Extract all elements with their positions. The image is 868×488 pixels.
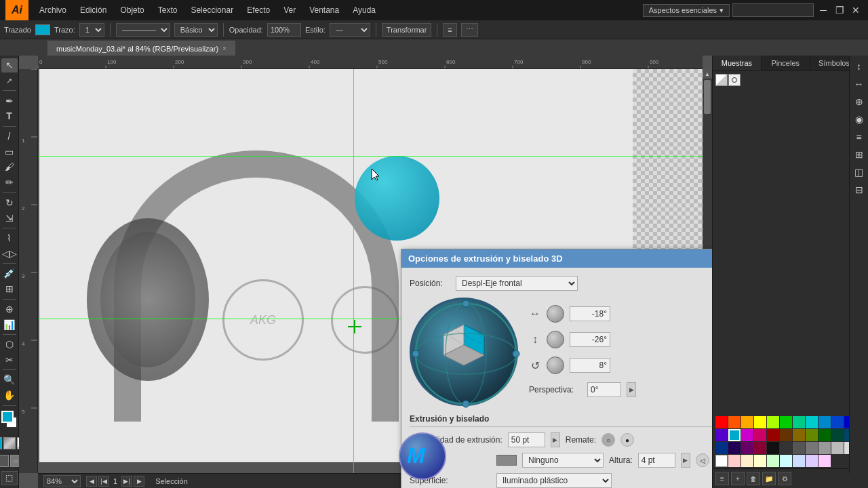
swatch-dark-gray[interactable] [793,442,805,454]
y-rotation-input[interactable]: -26° [570,332,610,347]
swatch-crimson[interactable] [754,442,766,454]
swatch-orange-red[interactable] [728,416,741,428]
hand-tool[interactable]: ✋ [1,388,18,403]
right-tool-6[interactable]: ⊞ [851,146,867,163]
z-rotation-knob[interactable] [547,357,564,374]
swatch-light-magenta[interactable] [818,455,831,467]
width-tool[interactable]: ◁▷ [1,247,18,261]
fill-mode-button[interactable] [0,437,2,449]
opacity-input[interactable]: 100% [267,23,301,37]
swatch-yellow-green[interactable] [767,416,779,428]
swatch-dark-violet[interactable] [728,442,741,454]
z-rotation-input[interactable]: 8° [570,358,610,373]
right-tool-2[interactable]: ↔ [851,76,867,92]
perspective-input[interactable]: 0° [587,382,621,397]
altura-arrow[interactable]: ▶ [681,453,690,468]
swatch-darkest-gray[interactable] [780,442,792,454]
swatch-light-gray[interactable] [831,442,844,454]
direct-selection-tool[interactable]: ↗ [1,74,18,88]
swatch-dark-yellow[interactable] [793,429,805,441]
swatch-magenta[interactable] [741,429,753,441]
swatch-forest-green[interactable] [818,429,831,441]
search-input[interactable] [732,3,814,17]
swatch-registration[interactable] [728,74,741,86]
menu-efecto[interactable]: Efecto [241,4,275,16]
delete-swatch-button[interactable]: 🗑 [747,472,760,485]
position-select[interactable]: Despl-Eje frontal [456,276,578,291]
tab-muestras[interactable]: Muestras [713,56,762,70]
swatch-light-green[interactable] [767,455,779,467]
aspects-button[interactable]: Aspectos esenciales ▾ [643,4,730,17]
right-tool-8[interactable]: ⊟ [851,182,867,198]
blend-tool[interactable]: ⊞ [1,282,18,296]
folder-button[interactable]: 📁 [762,472,776,485]
stroke-mode-button[interactable] [3,437,16,449]
swatch-black[interactable] [767,442,779,454]
stroke-type-select[interactable]: —————— [116,23,170,37]
right-tool-4[interactable]: ◉ [851,111,867,127]
tab-pinceles[interactable]: Pinceles [762,56,810,70]
stroke-color-box[interactable] [35,24,50,35]
nav-next[interactable]: ▶ [134,476,144,487]
swatch-violet[interactable] [715,429,728,441]
right-tool-7[interactable]: ◫ [851,164,867,180]
line-tool[interactable]: / [1,129,18,144]
swatch-gray[interactable] [818,442,831,454]
swatch-olive[interactable] [806,429,818,441]
swatch-cyan[interactable] [806,416,818,428]
symbol-tool[interactable]: ⊕ [1,302,18,316]
swatch-orange[interactable] [741,416,753,428]
menu-ventana[interactable]: Ventana [304,4,344,16]
swatch-light-violet[interactable] [806,455,818,467]
menu-ver[interactable]: Ver [278,4,301,16]
right-tool-3[interactable]: ⊕ [851,94,867,110]
swatch-brown[interactable] [780,429,792,441]
minimize-button[interactable]: ─ [816,3,830,17]
scale-tool[interactable]: ⇲ [1,211,18,225]
close-button[interactable]: ✕ [849,3,863,17]
swatch-dark-magenta[interactable] [741,442,753,454]
swatch-blue[interactable] [831,416,844,428]
stroke-weight-select[interactable]: 1 [79,23,104,37]
transform-button[interactable]: Transformar [382,23,432,37]
swatch-white[interactable] [715,455,728,467]
menu-ayuda[interactable]: Ayuda [347,4,381,16]
selection-tool[interactable]: ↖ [1,58,18,73]
3d-preview-sphere[interactable] [410,298,518,406]
swatch-teal-green[interactable] [793,416,805,428]
teal-circle-object[interactable] [355,156,439,241]
x-rotation-knob[interactable] [547,305,564,323]
pencil-tool[interactable]: ✏ [1,176,18,190]
superficie-select[interactable]: Iluminado plástico [496,473,612,488]
bevel-btn-1[interactable]: ◁ [696,453,709,467]
restore-button[interactable]: ❐ [833,3,846,17]
swatch-green[interactable] [780,416,792,428]
new-swatch-button[interactable]: + [731,472,745,485]
scroll-thumb[interactable] [704,80,711,114]
nav-end[interactable]: ▶| [121,476,132,487]
swatch-dark-red[interactable] [767,429,779,441]
swatch-none[interactable] [715,74,728,86]
menu-seleccionar[interactable]: Seleccionar [185,4,239,16]
document-tab[interactable]: musicMonday_03.ai* al 84% (RGB/Previsual… [47,41,235,56]
y-rotation-knob[interactable] [547,331,564,348]
swatch-light-pink[interactable] [728,455,741,467]
slice-tool[interactable]: ✂ [1,353,18,367]
depth-arrow[interactable]: ▶ [551,432,560,447]
menu-texto[interactable]: Texto [153,4,183,16]
nav-home[interactable]: |◀ [98,476,109,487]
rectangle-tool[interactable]: ▭ [1,144,18,159]
swatch-library-button[interactable]: ≡ [715,472,729,485]
foreground-color[interactable] [1,411,14,423]
right-tool-5[interactable]: ≡ [851,129,867,145]
swatch-navy[interactable] [715,442,728,454]
warp-tool[interactable]: ⌇ [1,231,18,245]
menu-archivo[interactable]: Archivo [34,4,72,16]
swatch-light-blue[interactable] [793,455,805,467]
cap-closed-button[interactable]: ● [620,433,634,447]
rotation-sphere[interactable] [410,298,518,406]
bevel-color-swatch[interactable] [496,455,517,466]
menu-edicion[interactable]: Edición [75,4,112,16]
x-rotation-input[interactable]: -18° [570,306,610,321]
swatch-mid-gray[interactable] [806,442,818,454]
